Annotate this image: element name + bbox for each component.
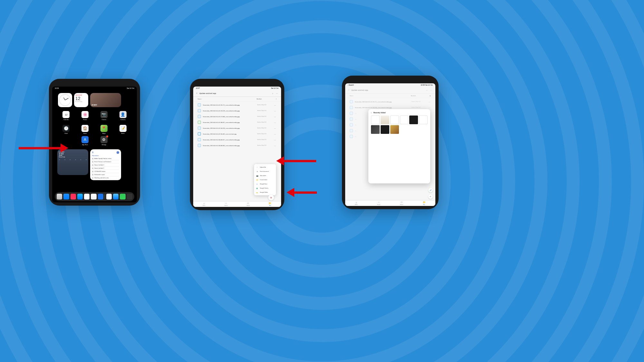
tablet-home-screen: 10:04 Sat 12 Oct SATURDAY 12 No events t… (49, 79, 140, 206)
file-modified: Modified 19 Apr 2022 (257, 104, 273, 106)
dock-reminders[interactable] (91, 194, 96, 200)
file-more-icon[interactable]: ⋯ (273, 121, 277, 124)
file-more-icon[interactable]: ⋯ (273, 116, 277, 118)
dock-files2[interactable] (84, 194, 90, 200)
file-row[interactable]: Screenshot_2022-04-19-12-58-46-017_com.a… (193, 137, 281, 143)
app-clock[interactable]: 🕐Clock (60, 125, 72, 134)
file-row[interactable]: Screenshot_2022-04-19-12-58-48-332_com.a… (193, 143, 281, 148)
fab-menu-item[interactable]: ▬Google Slides (254, 190, 276, 194)
dock-app1[interactable] (98, 194, 103, 200)
status-bar: ‹ Search 10:08 Sat 12 Oct (345, 83, 435, 87)
fab-menu-label: Google Sheets (260, 187, 268, 189)
picker-back-button[interactable]: ‹ (371, 112, 372, 114)
reminder-item[interactable]: LG MiniLED review (92, 170, 119, 173)
app-maps[interactable]: 📍Maps (98, 125, 110, 134)
photo-thumbnail[interactable] (381, 125, 389, 134)
file-icon (198, 132, 201, 135)
column-modified[interactable]: Modified (257, 98, 273, 100)
arrow-to-appstore (19, 144, 68, 153)
fab-expand-button[interactable]: ⤢ (428, 188, 433, 192)
app-calendar[interactable]: 12Calendar (60, 111, 72, 120)
file-row[interactable]: Screenshot_2022-04-19-12-47-20-711_com.a… (193, 102, 281, 108)
file-icon (198, 126, 201, 130)
photo-thumbnail[interactable] (390, 116, 399, 124)
dock-music[interactable] (71, 194, 76, 200)
tab-home[interactable]: ⌂Home (355, 201, 357, 205)
dock-recent4[interactable] (127, 194, 132, 200)
file-row[interactable]: Screenshot_2022-04-19-12-47-50-462_com.m… (193, 131, 281, 137)
search-icon[interactable]: ⌕ (272, 92, 273, 94)
fab-menu-item[interactable]: 📁Create folder (254, 178, 276, 182)
fab-plus-button[interactable]: + (428, 194, 433, 199)
dock-files[interactable] (57, 194, 62, 200)
fab-menu-label: Scan document (260, 171, 269, 172)
fab-menu-icon: ≡ (256, 183, 258, 185)
file-more-icon[interactable]: ⋯ (273, 133, 277, 135)
tab-home[interactable]: ⌂Home (203, 202, 205, 206)
file-icon (198, 121, 201, 124)
weather-widget[interactable]: London 12° Mostly Cloudy ☁☁☁☁☁☁ (57, 149, 88, 175)
file-icon (198, 144, 201, 147)
dock-mail[interactable] (77, 194, 83, 200)
reminder-item[interactable]: How-to for Axel 2 (92, 163, 119, 167)
fab-menu-item[interactable]: ≡Google Docs (254, 182, 276, 186)
app-home[interactable]: 🏠Home (79, 125, 91, 134)
app-camera[interactable]: 📷Camera (98, 111, 110, 120)
app-photos[interactable]: 🌸Photos (79, 111, 91, 120)
more-icon[interactable]: ⋯ (276, 92, 278, 94)
reminder-item[interactable]: Watching android to-view (92, 176, 119, 180)
tab-files[interactable]: 📁Files (423, 201, 426, 205)
file-more-icon[interactable]: ⋯ (273, 104, 277, 106)
fab-menu-item[interactable]: ▦Google Sheets (254, 186, 276, 190)
fab-menu-item[interactable]: 📷Take photo (254, 173, 276, 178)
app-contacts[interactable]: 👤Contacts (117, 111, 129, 120)
app-settings[interactable]: ⚙Settings (98, 136, 110, 145)
reminder-item[interactable]: Finish Themes and Variations (92, 160, 119, 163)
column-name[interactable]: Name ↑ (198, 98, 257, 100)
file-more-icon[interactable]: ⋯ (273, 127, 277, 129)
tab-starred[interactable]: ☆Starred (224, 202, 228, 206)
reminder-item[interactable]: Adobe Spotify Podcast review (92, 157, 119, 160)
arrow-to-upload-file (276, 156, 316, 165)
photo-thumbnail[interactable] (390, 125, 399, 134)
calendar-widget[interactable]: SATURDAY 12 No events today (74, 93, 88, 107)
view-toggle-icon[interactable]: ≡ (273, 98, 277, 100)
photo-thumbnail[interactable] (381, 116, 389, 124)
photo-thumbnail[interactable] (371, 125, 380, 134)
fab-menu-icon: ↑ (256, 166, 258, 168)
file-row[interactable]: Screenshot_2022-04-19-12-47-27-846_com.a… (193, 114, 281, 119)
dock-recent3[interactable] (120, 194, 125, 200)
fab-menu-item[interactable]: ↑Upload file (254, 165, 276, 169)
tab-shared[interactable]: ⚇Shared (400, 201, 403, 205)
photo-thumbnail[interactable] (400, 116, 409, 124)
photo-thumbnail[interactable] (371, 116, 380, 124)
status-back-search[interactable]: ‹ Search (348, 84, 354, 86)
file-row[interactable]: Screenshot_2022-04-19-12-47-38-057_com.a… (193, 119, 281, 125)
tab-shared[interactable]: ⚇Shared (247, 202, 250, 206)
file-row[interactable]: Screenshot_2022-04-19-12-47-23-120_com.a… (193, 108, 281, 114)
dock-safari[interactable] (63, 194, 69, 200)
photo-thumbnail[interactable] (419, 116, 428, 124)
reminders-title: Reminders (92, 155, 119, 156)
app-appstore[interactable]: AApp Store (79, 136, 91, 145)
file-more-icon[interactable]: ⋯ (273, 144, 277, 147)
fab-plus-button[interactable]: + (268, 195, 274, 200)
reminder-item[interactable]: Dishwasher repair (92, 173, 119, 176)
dock-recent2[interactable] (113, 194, 118, 200)
file-more-icon[interactable]: ⋯ (273, 139, 277, 141)
app-notes[interactable]: 📝Notes (117, 125, 129, 134)
reminders-widget[interactable]: 9 Reminders Adobe Spotify Podcast review… (90, 149, 121, 180)
file-more-icon[interactable]: ⋯ (273, 110, 277, 112)
clock-widget[interactable] (58, 93, 72, 107)
fab-menu-icon: ▦ (256, 187, 258, 189)
photo-widget[interactable]: 19 MAY (90, 93, 121, 107)
back-button[interactable]: ‹ (196, 92, 197, 95)
photo-thumbnail[interactable] (409, 116, 418, 124)
reminder-item[interactable]: How-to for Axel 2 (92, 167, 119, 170)
dock-recent1[interactable] (106, 194, 112, 200)
tab-icon: ⚇ (247, 202, 249, 205)
tab-files[interactable]: 📁Files (269, 202, 271, 206)
tab-starred[interactable]: ☆Starred (377, 201, 380, 205)
fab-menu-item[interactable]: ✕Scan document (254, 169, 276, 173)
file-row[interactable]: Screenshot_2022-04-19-12-47-44-254_com.a… (193, 125, 281, 131)
